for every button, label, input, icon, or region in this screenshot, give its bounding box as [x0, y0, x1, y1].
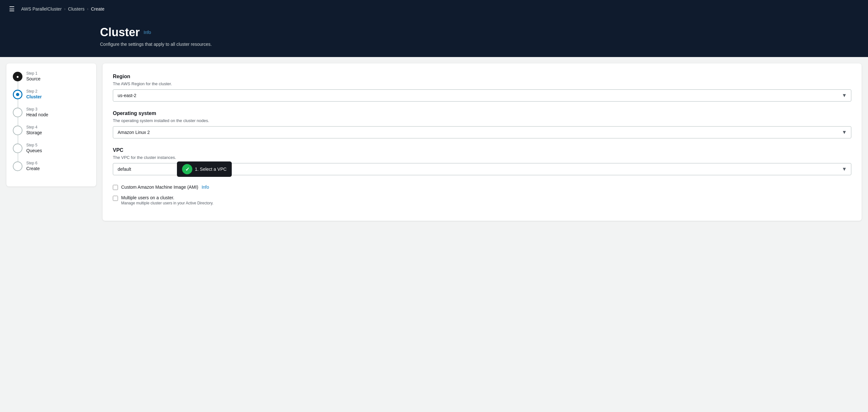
custom-ami-checkbox[interactable] [113, 185, 118, 190]
breadcrumb: AWS ParallelCluster › Clusters › Create [21, 6, 104, 11]
multi-users-checkbox[interactable] [113, 196, 118, 201]
step-6-text: Step 6 Create [26, 161, 90, 171]
multi-users-desc: Manage multiple cluster users in your Ac… [121, 201, 214, 205]
breadcrumb-sep-1: › [64, 7, 65, 11]
step-2-item[interactable]: Step 2 Cluster [13, 89, 90, 99]
step-5-indicator [13, 144, 23, 153]
vpc-section: VPC The VPC for the cluster instances. d… [113, 147, 851, 175]
step-3-label: Head node [26, 112, 90, 117]
os-desc: The operating system installed on the cl… [113, 118, 851, 123]
region-select[interactable]: us-east-2 us-east-1 us-west-1 us-west-2 [113, 89, 851, 101]
step-3-text: Step 3 Head node [26, 107, 90, 117]
step-6-indicator [13, 161, 23, 171]
step-4-label: Storage [26, 130, 90, 135]
custom-ami-label: Custom Amazon Machine Image (AMI) [121, 185, 198, 190]
breadcrumb-parallelcluster[interactable]: AWS ParallelCluster [21, 6, 62, 11]
step-2-label: Cluster [26, 94, 90, 99]
step-2-num: Step 2 [26, 89, 90, 94]
sidebar: ● Step 1 Source Step 2 Cluster Step 3 He… [6, 63, 96, 186]
step-6-item[interactable]: Step 6 Create [13, 161, 90, 171]
step-1-num: Step 1 [26, 71, 90, 75]
hamburger-menu-button[interactable]: ☰ [6, 4, 17, 14]
step-2-text: Step 2 Cluster [26, 89, 90, 99]
step-5-num: Step 5 [26, 143, 90, 147]
step-5-text: Step 5 Queues [26, 143, 90, 153]
main-layout: ● Step 1 Source Step 2 Cluster Step 3 He… [0, 57, 868, 412]
title-row: Cluster Info [100, 26, 212, 39]
step-5-item[interactable]: Step 5 Queues [13, 143, 90, 153]
step-3-item[interactable]: Step 3 Head node [13, 107, 90, 117]
region-desc: The AWS Region for the cluster. [113, 82, 851, 86]
os-label: Operating system [113, 110, 851, 116]
multi-users-row: Multiple users on a cluster. Manage mult… [113, 195, 851, 205]
vpc-desc: The VPC for the cluster instances. [113, 155, 851, 160]
region-section: Region The AWS Region for the cluster. u… [113, 74, 851, 101]
breadcrumb-create: Create [91, 6, 104, 11]
multi-users-text: Multiple users on a cluster. Manage mult… [121, 195, 214, 205]
form-card: Region The AWS Region for the cluster. u… [102, 63, 862, 221]
custom-ami-row: Custom Amazon Machine Image (AMI) Info [113, 184, 851, 190]
step-1-label: Source [26, 76, 90, 82]
header-content: Cluster Info Configure the settings that… [100, 26, 212, 47]
step-5-label: Queues [26, 148, 90, 153]
step-2-indicator [13, 90, 23, 99]
step-4-text: Step 4 Storage [26, 125, 90, 135]
step-6-label: Create [26, 166, 90, 171]
breadcrumb-clusters[interactable]: Clusters [68, 6, 84, 11]
page-header: Cluster Info Configure the settings that… [0, 18, 868, 57]
step-3-num: Step 3 [26, 107, 90, 112]
vpc-row: default vpc-12345678 ▼ ✓ 1. Select a VPC [113, 163, 851, 175]
step-1-text: Step 1 Source [26, 71, 90, 82]
page-subtitle: Configure the settings that apply to all… [100, 42, 212, 47]
vpc-check-icon: ✓ [182, 164, 192, 174]
content-area: Region The AWS Region for the cluster. u… [96, 57, 868, 412]
os-select[interactable]: Amazon Linux 2 CentOS 7 Ubuntu 18.04 Ubu… [113, 126, 851, 138]
custom-ami-text: Custom Amazon Machine Image (AMI) Info [121, 184, 209, 190]
custom-ami-info-link[interactable]: Info [202, 185, 209, 190]
step-1-indicator: ● [13, 72, 23, 82]
os-section: Operating system The operating system in… [113, 110, 851, 138]
info-link[interactable]: Info [144, 30, 151, 35]
page-title: Cluster [100, 26, 140, 39]
breadcrumb-sep-2: › [87, 7, 89, 11]
step-4-item[interactable]: Step 4 Storage [13, 125, 90, 135]
vpc-tooltip-text: 1. Select a VPC [195, 167, 227, 172]
step-4-indicator [13, 126, 23, 135]
step-6-num: Step 6 [26, 161, 90, 165]
top-navigation: ☰ AWS ParallelCluster › Clusters › Creat… [0, 0, 868, 18]
region-label: Region [113, 74, 851, 80]
os-select-wrapper: Amazon Linux 2 CentOS 7 Ubuntu 18.04 Ubu… [113, 126, 851, 138]
step-4-num: Step 4 [26, 125, 90, 129]
vpc-label: VPC [113, 147, 851, 153]
step-3-indicator [13, 108, 23, 117]
multi-users-label: Multiple users on a cluster. [121, 195, 214, 200]
region-select-wrapper: us-east-2 us-east-1 us-west-1 us-west-2 … [113, 89, 851, 101]
vpc-tooltip: ✓ 1. Select a VPC [177, 161, 232, 177]
step-1-item: ● Step 1 Source [13, 71, 90, 82]
